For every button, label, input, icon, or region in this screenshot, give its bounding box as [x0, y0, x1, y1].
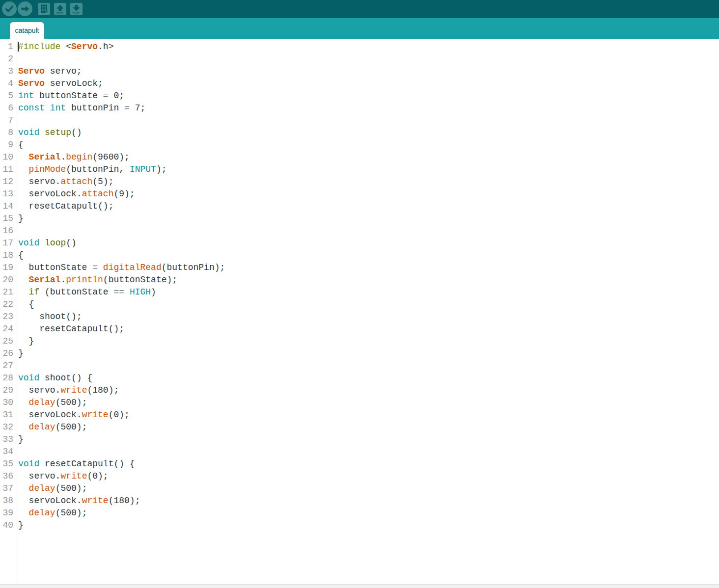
document-icon [38, 3, 50, 15]
line-number: 19 [0, 262, 15, 274]
line-number: 2 [0, 53, 15, 65]
line-content: delay(500); [15, 507, 87, 519]
code-line[interactable]: 29 servo.write(180); [0, 384, 719, 397]
code-editor[interactable]: 1#include <Servo.h>23Servo servo;4Servo … [0, 39, 719, 584]
verify-button[interactable] [2, 1, 17, 16]
line-number: 1 [0, 41, 15, 53]
line-number: 14 [0, 200, 15, 213]
line-content: Servo servo; [15, 65, 82, 78]
code-line[interactable]: 14 resetCatapult(); [0, 200, 719, 213]
line-number: 4 [0, 78, 15, 90]
code-line[interactable]: 38 servoLock.write(180); [0, 495, 719, 507]
code-line[interactable]: 5int buttonState = 0; [0, 90, 719, 102]
line-content: resetCatapult(); [15, 323, 124, 335]
line-number: 15 [0, 213, 15, 225]
new-sketch-button[interactable] [38, 3, 50, 15]
open-button[interactable] [54, 3, 66, 15]
code-line[interactable]: 6const int buttonPin = 7; [0, 102, 719, 114]
line-content: void shoot() { [15, 372, 92, 384]
line-content: servoLock.write(0); [15, 409, 130, 421]
code-line[interactable]: 2 [0, 53, 719, 65]
line-number: 26 [0, 347, 15, 360]
text-caret [18, 42, 19, 52]
check-icon [2, 1, 17, 16]
toolbar [0, 0, 719, 18]
line-number: 13 [0, 188, 15, 200]
line-number: 16 [0, 225, 15, 237]
line-number: 22 [0, 298, 15, 311]
code-line[interactable]: 25 } [0, 335, 719, 347]
line-number: 30 [0, 397, 15, 409]
code-line[interactable]: 1#include <Servo.h> [0, 41, 719, 53]
code-line[interactable]: 35void resetCatapult() { [0, 458, 719, 470]
code-line[interactable]: 28void shoot() { [0, 372, 719, 384]
code-line[interactable]: 17void loop() [0, 237, 719, 249]
line-content: servo.write(0); [15, 470, 109, 482]
code-line[interactable]: 4Servo servoLock; [0, 78, 719, 90]
line-content: buttonState = digitalRead(buttonPin); [15, 262, 225, 274]
code-line[interactable]: 10 Serial.begin(9600); [0, 151, 719, 163]
code-line[interactable]: 37 delay(500); [0, 482, 719, 495]
code-line[interactable]: 24 resetCatapult(); [0, 323, 719, 335]
code-line[interactable]: 27 [0, 360, 719, 372]
code-line[interactable]: 21 if (buttonState == HIGH) [0, 286, 719, 298]
code-line[interactable]: 26} [0, 347, 719, 360]
line-number: 8 [0, 127, 15, 139]
line-number: 40 [0, 519, 15, 532]
line-content: void resetCatapult() { [15, 458, 135, 470]
line-number: 6 [0, 102, 15, 114]
code-line[interactable]: 19 buttonState = digitalRead(buttonPin); [0, 262, 719, 274]
tab-catapult[interactable]: catapult [10, 22, 44, 39]
line-number: 38 [0, 495, 15, 507]
line-content: servo.attach(5); [15, 176, 113, 188]
code-line[interactable]: 8void setup() [0, 127, 719, 139]
line-content: Serial.begin(9600); [15, 151, 130, 163]
line-content: delay(500); [15, 482, 87, 495]
code-line[interactable]: 40} [0, 519, 719, 532]
code-line[interactable]: 18{ [0, 249, 719, 262]
code-line[interactable]: 39 delay(500); [0, 507, 719, 519]
code-line[interactable]: 15} [0, 213, 719, 225]
code-line[interactable]: 33} [0, 433, 719, 446]
line-number: 37 [0, 482, 15, 495]
line-number: 18 [0, 249, 15, 262]
code-line[interactable]: 20 Serial.println(buttonState); [0, 274, 719, 286]
line-number: 24 [0, 323, 15, 335]
upload-button[interactable] [18, 1, 32, 16]
line-content: { [15, 298, 34, 311]
code-line[interactable]: 11 pinMode(buttonPin, INPUT); [0, 163, 719, 176]
arrow-down-icon [70, 3, 83, 15]
line-content: Serial.println(buttonState); [15, 274, 177, 286]
line-content: delay(500); [15, 421, 87, 433]
code-line[interactable]: 30 delay(500); [0, 397, 719, 409]
line-content: if (buttonState == HIGH) [15, 286, 156, 298]
line-number: 29 [0, 384, 15, 397]
code-line[interactable]: 13 servoLock.attach(9); [0, 188, 719, 200]
code-line[interactable]: 16 [0, 225, 719, 237]
code-line[interactable]: 32 delay(500); [0, 421, 719, 433]
code-line[interactable]: 7 [0, 114, 719, 127]
tab-label: catapult [15, 27, 39, 34]
line-content: servo.write(180); [15, 384, 119, 397]
line-number: 34 [0, 446, 15, 458]
line-content: void loop() [15, 237, 77, 249]
code-line[interactable]: 34 [0, 446, 719, 458]
code-line[interactable]: 9{ [0, 139, 719, 151]
line-number: 3 [0, 65, 15, 78]
line-number: 9 [0, 139, 15, 151]
line-number: 10 [0, 151, 15, 163]
code-line[interactable]: 36 servo.write(0); [0, 470, 719, 482]
tab-bar: catapult [0, 18, 719, 39]
code-line[interactable]: 31 servoLock.write(0); [0, 409, 719, 421]
code-line[interactable]: 12 servo.attach(5); [0, 176, 719, 188]
code-lines: 1#include <Servo.h>23Servo servo;4Servo … [0, 41, 719, 532]
code-line[interactable]: 22 { [0, 298, 719, 311]
line-content: shoot(); [15, 311, 82, 323]
code-line[interactable]: 3Servo servo; [0, 65, 719, 78]
line-number: 12 [0, 176, 15, 188]
line-number: 33 [0, 433, 15, 446]
line-number: 17 [0, 237, 15, 249]
line-number: 36 [0, 470, 15, 482]
code-line[interactable]: 23 shoot(); [0, 311, 719, 323]
save-button[interactable] [70, 3, 83, 15]
